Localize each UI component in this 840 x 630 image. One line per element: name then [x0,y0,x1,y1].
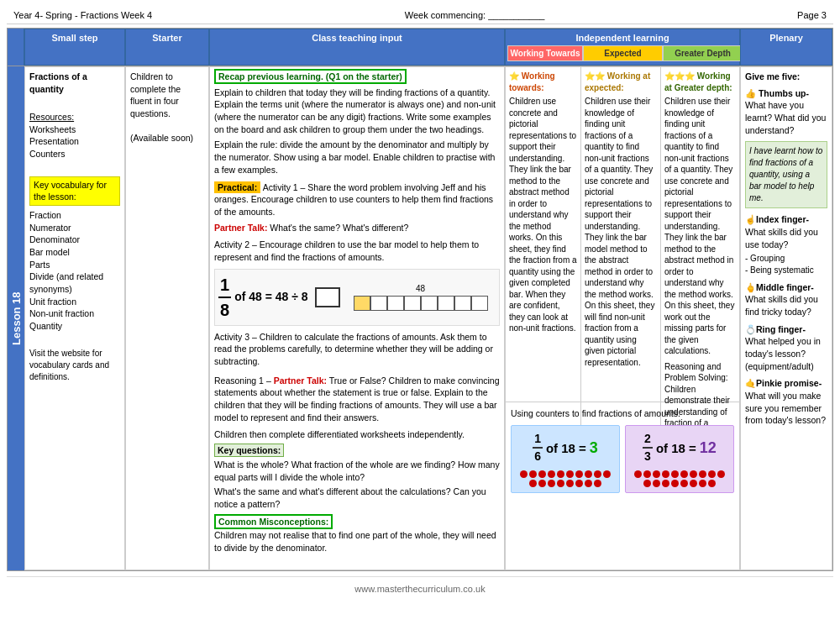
resources-label: Resources: WorksheetsPresentationCounter… [29,111,120,160]
activity3: Activity 3 – Children to calculate the f… [214,331,500,368]
footer-url: www.masterthecurriculum.co.uk [354,584,485,594]
children-complete: Children then complete differentiated wo… [214,428,500,441]
teaching-intro: Explain to children that today they will… [214,87,500,136]
reasoning1-label: Reasoning 1 – [214,375,271,386]
col-small-step: Small step [24,29,125,66]
plenary-index: ☝️Index finger- What skills did you use … [745,213,827,276]
expected-text: Children use their knowledge of finding … [585,96,657,368]
lesson-number: Lesson 18 [8,66,24,570]
teaching-cell: Recap previous learning. (Q1 on the star… [209,66,505,570]
partner-talk1: Partner Talk: [214,223,267,233]
plenary-pinkie: 🤙Pinkie promise- What will you make sure… [745,377,827,427]
page-header: Year 4- Spring - Fractions Week 4 Week c… [7,7,833,24]
plenary-prompt: Give me five: [745,71,827,83]
plenary-middle: 🖕Middle finger- What skills did you find… [745,281,827,318]
working-towards-text: Children use concrete and pictorial repr… [509,96,577,334]
subheader-working: Working Towards [507,45,583,61]
expected-col: ⭐⭐ Working at expected: Children use the… [581,67,661,466]
visit-text: Visit the website for vocabulary cards a… [29,348,120,383]
fraction-box-left: 1 6 of 18 = 3 [511,425,620,493]
vocab-list: Fraction Numerator Denominator Bar model… [29,209,120,333]
subheader-expected: Expected [583,45,663,61]
page-footer: www.masterthecurriculum.co.uk [7,576,833,601]
plenary-thumb: 👍 Thumbs up- What have you learnt? What … [745,87,827,137]
subheader-greater: Greater Depth [663,45,743,61]
starter-available: (Available soon) [130,132,204,144]
misconceptions-text: Children may not realise that to find on… [214,529,500,554]
key-vocab-box: Key vocabulary for the lesson: [29,176,120,206]
partner-talk1-text: What's the same? What's different? [270,223,408,233]
independent-cell: ⭐ Working towards: Children use concrete… [505,66,740,570]
plenary-ring: 💍Ring finger- What helped you in today's… [745,323,827,373]
col-independent: Independent learning Working Towards Exp… [505,29,740,66]
starter-cell: Children to complete the fluent in four … [125,66,209,570]
starter-text: Children to complete the fluent in four … [130,71,204,120]
learnt-text: I have learnt how to find fractions of a… [745,141,827,208]
col-plenary: Plenary [740,29,832,66]
practical-label: Practical: [214,181,260,193]
recap-label: Recap previous learning. (Q1 on the star… [214,69,407,84]
plenary-cell: Give me five: 👍 Thumbs up- What have you… [740,66,832,570]
activity2: Activity 2 – Encourage children to use t… [214,239,500,263]
header-page: Page 3 [797,10,827,20]
fraction-box-right: 2 3 of 18 = 12 [625,425,734,493]
misconceptions-label: Common Misconceptions: [214,514,333,529]
header-week: Week commencing: ___________ [405,10,545,20]
key-q1: What is the whole? What fraction of the … [214,459,500,483]
key-q2: What's the same and what's different abo… [214,486,500,510]
small-step-title: Fractions of a quantity [29,71,120,95]
col-teaching: Class teaching input [209,29,505,66]
col-starter: Starter [125,29,209,66]
key-questions-label: Key questions: [214,444,284,457]
partner-talk2: Partner Talk: [274,375,327,386]
teaching-rule: Explain the rule: divide the amount by t… [214,139,500,176]
greater-depth-text1: Children use their knowledge of finding … [664,96,738,357]
small-step-cell: Fractions of a quantity Resources: Works… [24,66,125,570]
working-towards-col: ⭐ Working towards: Children use concrete… [506,67,581,466]
header-title: Year 4- Spring - Fractions Week 4 [13,10,152,20]
greater-depth-col: ⭐⭐⭐ Working at Greater depth: Children u… [661,67,741,466]
